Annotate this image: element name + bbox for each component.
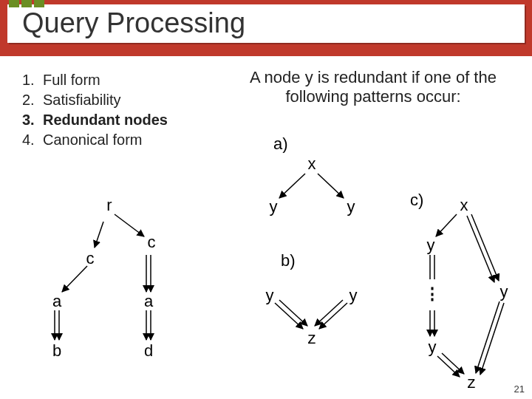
pattern-c-diagram (0, 0, 532, 399)
svg-line-16 (471, 214, 499, 281)
svg-line-25 (480, 303, 504, 375)
pattern-c-dots: ⋮ (424, 284, 440, 304)
svg-line-17 (467, 216, 494, 282)
pattern-c-y-top: y (427, 236, 435, 255)
svg-line-24 (476, 301, 499, 373)
pattern-c-y-right: y (500, 282, 508, 301)
pattern-c-x: x (460, 196, 468, 215)
svg-line-15 (436, 214, 457, 236)
pattern-c-z: z (468, 373, 476, 392)
pattern-c-y-bottom: y (429, 338, 437, 357)
page-number: 21 (514, 383, 525, 395)
